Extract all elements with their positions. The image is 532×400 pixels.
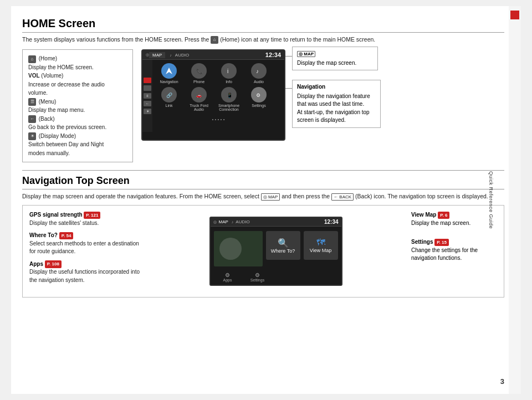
nav-annotation-box: Navigation Display the navigation featur…: [292, 80, 381, 128]
section-divider: [22, 170, 504, 171]
map-tab: MAP: [149, 52, 165, 58]
display-mode-icon: ☀: [28, 132, 36, 140]
nav-section-title: Navigation Top Screen: [22, 175, 504, 189]
svg-text:🔗: 🔗: [166, 92, 173, 99]
nav-top-section: Navigation Top Screen Display the map sc…: [22, 175, 504, 298]
nav-screen-mockup: ◎ MAP ♪ AUDIO 12:34 🔍: [209, 217, 342, 286]
nav-map-tab: MAP: [217, 219, 231, 225]
apps-bottom-label: Apps: [214, 278, 242, 282]
nav-screen-body: 🔍 Where To? 🗺 View Map: [211, 227, 341, 271]
view-map-btn-label: View Map: [310, 248, 331, 253]
map-select-badge: ◎ MAP: [261, 193, 280, 201]
home-section-title: HOME Screen: [22, 17, 504, 33]
gps-label: GPS signal strength P. 121: [29, 211, 140, 219]
truck-grid-icon: 🚗 Truck Ford Audio: [186, 87, 212, 111]
truck-label: Truck Ford Audio: [186, 104, 212, 111]
smartphone-label: Smartphone Connection: [216, 104, 242, 111]
map-ann-title: ◎ MAP: [297, 50, 373, 58]
svg-text:♪: ♪: [256, 68, 259, 74]
nav-bottom-bar: ⚙ Apps ⚙ Settings: [211, 271, 341, 283]
where-to-label: Where To? P. 54: [29, 232, 140, 240]
side-btn-1: [144, 78, 151, 83]
home-screen-image: ◎ MAP ♪ AUDIO 12:34 ≡: [141, 49, 285, 141]
grid-row-2: 🔗 Link 🚗 Truck Ford Audio: [156, 87, 281, 111]
nav-ann-text: Display the navigation feature that was …: [297, 93, 376, 125]
settings-grid-icon: ⚙ Settings: [245, 87, 272, 111]
info-label: Info: [216, 80, 242, 84]
svg-text:📞: 📞: [196, 68, 203, 75]
nav-grid-icon: Navigation: [156, 63, 182, 84]
home-icon-inline: ⌂: [211, 36, 218, 44]
nav-ann-title: Navigation: [297, 83, 376, 91]
view-map-annotation: View Map P. 6 Display the map screen.: [411, 211, 497, 227]
side-btn-display: ☀: [144, 109, 151, 114]
link-circle: 🔗: [161, 87, 177, 102]
where-to-btn[interactable]: 🔍 Where To?: [266, 231, 300, 260]
svg-text:🚗: 🚗: [196, 93, 202, 98]
map-search-circle: [219, 238, 242, 260]
side-btn-menu: ≡: [144, 93, 151, 99]
home-icon: ⌂: [28, 55, 36, 63]
side-btn-2: [144, 85, 151, 91]
map-annotation-box: ◎ MAP Display the map screen.: [292, 47, 378, 70]
audio-tab: AUDIO: [172, 52, 192, 58]
where-to-btn-icon: 🔍: [278, 238, 289, 248]
map-annotation: ◎ MAP Display the map screen.: [292, 47, 378, 70]
nav-screen-time: 12:34: [324, 219, 339, 225]
page-container: Quick Reference Guide HOME Screen The sy…: [11, 6, 521, 394]
settings-bottom-label: Settings: [244, 278, 272, 282]
red-marker: [510, 11, 519, 19]
nav-diagram-box: GPS signal strength P. 121 Display the s…: [22, 205, 504, 298]
smartphone-circle: 📱: [221, 87, 237, 102]
settings-bottom-icon: ⚙ Settings: [244, 272, 272, 282]
where-to-desc: Select search methods to enter a destina…: [29, 240, 140, 256]
where-to-annotation: Where To? P. 54 Select search methods to…: [29, 232, 140, 256]
settings-annotation: Settings P. 15 Change the settings for t…: [411, 238, 497, 263]
nav-right-annotations: View Map P. 6 Display the map screen. Se…: [411, 211, 497, 291]
audio-grid-icon: ♪ Audio: [245, 63, 272, 84]
map-icon-badge: ◎ MAP: [297, 51, 315, 57]
nav-label: Navigation: [156, 80, 182, 84]
nav-map-bg: [214, 231, 263, 266]
link-label: Link: [156, 104, 182, 107]
apps-annotation: Apps P. 108 Display the useful functions…: [29, 260, 140, 285]
menu-icon: ☰: [28, 98, 36, 106]
apps-bottom-icon: ⚙ Apps: [214, 272, 242, 282]
side-btn-back: ←: [144, 101, 151, 106]
gps-annotation: GPS signal strength P. 121 Display the s…: [29, 211, 140, 227]
audio-label: Audio: [245, 80, 272, 84]
settings-ann-label: Settings P. 15: [411, 238, 497, 247]
audio-circle: ♪: [251, 63, 267, 79]
svg-text:📱: 📱: [227, 92, 233, 99]
link-grid-icon: 🔗 Link: [156, 87, 182, 111]
settings-label: Settings: [245, 104, 272, 107]
home-content-area: ⌂ (Home) Display the HOME screen. VOL (V…: [22, 49, 504, 162]
page-dots: • • • • •: [156, 115, 281, 122]
phone-grid-icon: 📞 Phone: [186, 63, 212, 84]
view-map-ann-desc: Display the map screen.: [411, 219, 497, 228]
apps-desc: Display the useful functions incorporate…: [29, 268, 140, 284]
svg-text:⚙: ⚙: [256, 93, 260, 98]
view-map-page-ref: P. 6: [438, 212, 449, 219]
nav-left-annotations: GPS signal strength P. 121 Display the s…: [29, 211, 140, 291]
view-map-btn[interactable]: 🗺 View Map: [304, 231, 338, 260]
apps-label: Apps P. 108: [29, 260, 140, 269]
nav-circle: [161, 63, 177, 79]
side-buttons: ≡ ← ☀: [142, 60, 152, 132]
screen-time: 12:34: [265, 52, 281, 58]
home-screen-mockup-area: ◎ MAP ♪ AUDIO 12:34 ≡: [141, 49, 504, 141]
settings-ann-desc: Change the settings for the navigation f…: [411, 247, 497, 263]
where-to-page-ref: P. 54: [59, 232, 74, 240]
nav-audio-tab: AUDIO: [233, 219, 252, 225]
view-map-ann-label: View Map P. 6: [411, 211, 497, 219]
phone-circle: 📞: [191, 63, 207, 79]
side-tab: Quick Reference Guide: [509, 6, 521, 394]
back-select-badge: ← BACK: [331, 193, 354, 201]
home-screen-section: HOME Screen The system displays various …: [22, 17, 504, 162]
home-left-callout: ⌂ (Home) Display the HOME screen. VOL (V…: [22, 49, 133, 162]
nav-annotation: Navigation Display the navigation featur…: [292, 80, 381, 128]
view-map-btn-icon: 🗺: [316, 238, 325, 248]
page-number: 3: [500, 377, 504, 386]
back-icon: ←: [28, 115, 36, 123]
screen-body: ≡ ← ☀: [142, 60, 284, 132]
